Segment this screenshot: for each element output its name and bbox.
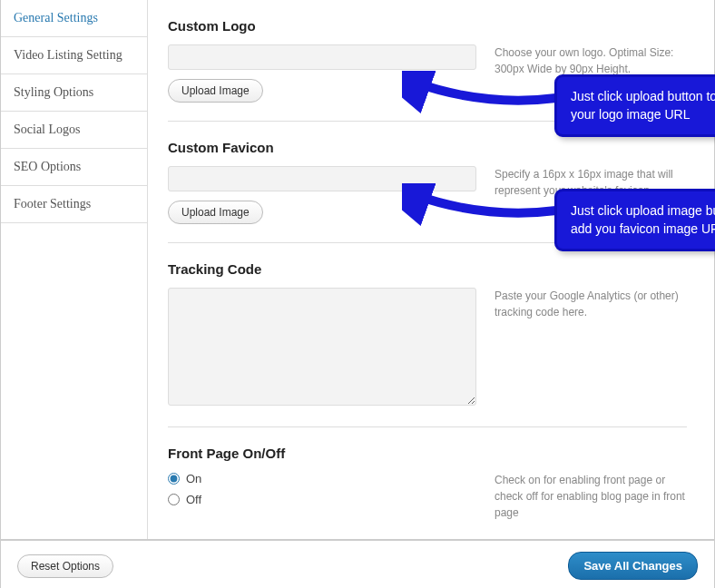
- frontpage-help-text: Check on for enabling front page or chec…: [495, 472, 687, 521]
- tracking-help-text: Paste your Google Analytics (or other) t…: [495, 288, 687, 408]
- favicon-url-input[interactable]: [168, 166, 476, 191]
- frontpage-off-option[interactable]: Off: [168, 493, 476, 506]
- reset-options-button[interactable]: Reset Options: [17, 554, 113, 578]
- frontpage-off-label: Off: [186, 493, 201, 506]
- frontpage-on-label: On: [186, 472, 201, 485]
- callout-logo: Just click upload button to add your log…: [554, 74, 715, 137]
- callout-favicon: Just click upload image button to add yo…: [554, 189, 715, 251]
- sidebar-item-footer[interactable]: Footer Settings: [1, 186, 147, 223]
- frontpage-on-option[interactable]: On: [168, 472, 476, 485]
- sidebar-item-general[interactable]: General Settings: [1, 0, 147, 37]
- logo-url-input[interactable]: [168, 44, 476, 70]
- frontpage-on-radio[interactable]: [168, 473, 180, 485]
- upload-logo-button[interactable]: Upload Image: [168, 79, 263, 103]
- section-title-favicon: Custom Favicon: [168, 140, 687, 155]
- sidebar: General Settings Video Listing Setting S…: [1, 0, 148, 539]
- sidebar-item-styling[interactable]: Styling Options: [1, 74, 147, 112]
- sidebar-item-seo[interactable]: SEO Options: [1, 149, 147, 186]
- callout-logo-text: Just click upload button to add your log…: [571, 89, 715, 122]
- callout-favicon-text: Just click upload image button to add yo…: [571, 203, 715, 236]
- main-content: Custom Logo Upload Image Choose your own…: [148, 0, 714, 539]
- footer-bar: Reset Options Save All Changes: [0, 540, 715, 588]
- section-tracking-code: Tracking Code Paste your Google Analytic…: [168, 261, 687, 427]
- frontpage-off-radio[interactable]: [168, 494, 180, 505]
- section-title-frontpage: Front Page On/Off: [168, 446, 687, 461]
- sidebar-item-video[interactable]: Video Listing Setting: [1, 37, 147, 74]
- sidebar-item-social[interactable]: Social Logos: [1, 112, 147, 149]
- section-title-tracking: Tracking Code: [168, 261, 687, 277]
- section-front-page: Front Page On/Off On Off Check on for en…: [168, 446, 687, 521]
- section-title-logo: Custom Logo: [168, 18, 687, 34]
- tracking-code-textarea[interactable]: [168, 288, 476, 406]
- settings-panel: General Settings Video Listing Setting S…: [0, 0, 715, 540]
- save-all-changes-button[interactable]: Save All Changes: [568, 552, 698, 580]
- upload-favicon-button[interactable]: Upload Image: [168, 201, 263, 224]
